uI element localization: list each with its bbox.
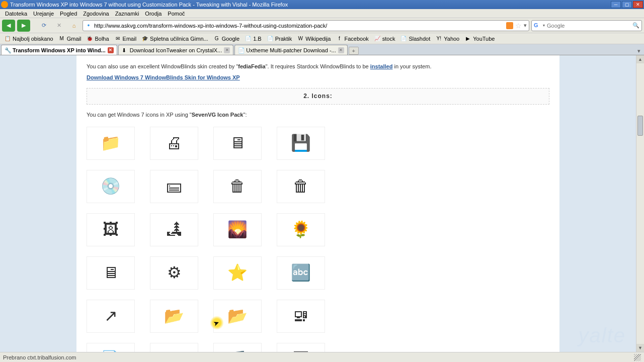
tab-overflow-icon[interactable]: ▾ xyxy=(635,47,643,55)
search-input[interactable] xyxy=(547,23,630,29)
close-button[interactable]: ✕ xyxy=(633,1,643,8)
vertical-scrollbar[interactable]: ▲ ▼ xyxy=(636,55,644,352)
bookmark-icon: M xyxy=(58,35,65,42)
icon-pack-name: SevenVG Icon Pack xyxy=(192,112,244,118)
menu-pogled[interactable]: Pogled xyxy=(57,11,80,17)
article-body: You can also use an excellent WindowBlin… xyxy=(76,55,559,352)
menu-datoteka[interactable]: Datoteka xyxy=(2,11,30,17)
hard-drive-icon: 🖴 xyxy=(150,170,198,203)
window-title: Transform Windows XP into Windows 7 with… xyxy=(10,2,611,8)
bookmark-icon: 📋 xyxy=(4,35,11,42)
tab-0[interactable]: 🔧Transform Windows XP into Wind...✕ xyxy=(1,45,117,55)
menu-orodja[interactable]: Orodja xyxy=(142,11,165,17)
back-button[interactable]: ◀ xyxy=(2,20,15,32)
para1-author: fediaFedia xyxy=(238,63,265,69)
tab-close-icon[interactable]: ✕ xyxy=(338,47,344,53)
bookmark-email[interactable]: ✉Email xyxy=(112,35,139,42)
bookmarks-toolbar: 📋Najbolj obiskanoMGmail🐞Bolha✉Email🎓Sple… xyxy=(0,33,644,44)
tab-label: Uxtheme Multi-patcher Download -... xyxy=(246,47,336,53)
resize-grip-icon[interactable] xyxy=(634,354,641,361)
bookmark-icon: 📈 xyxy=(374,35,381,42)
scroll-up-icon[interactable]: ▲ xyxy=(636,55,644,63)
tab-label: Transform Windows XP into Wind... xyxy=(13,47,106,53)
bookmark-icon: f xyxy=(336,35,343,42)
content-viewport: You can also use an excellent WindowBlin… xyxy=(0,55,636,352)
bookmark-icon: 🎓 xyxy=(141,35,148,42)
stop-button[interactable]: ✕ xyxy=(52,20,65,32)
google-icon: G xyxy=(534,22,541,29)
bookmark-star-icon[interactable]: ☆ xyxy=(515,22,522,30)
para1-text: You can also use an excellent WindowBlin… xyxy=(87,63,238,69)
floppy-icon: 💾 xyxy=(277,127,325,160)
bookmark-icon: ✉ xyxy=(114,35,121,42)
bookmark-icon: W xyxy=(297,35,304,42)
installed-link[interactable]: installed xyxy=(370,63,393,69)
tab-1[interactable]: ⬇Download IconTweaker on CrystalX...✕ xyxy=(118,45,233,55)
laptop-icon: 💻 xyxy=(150,343,198,352)
bookmark-stock[interactable]: 📈stock xyxy=(372,35,397,42)
search-box[interactable]: G ▾ 🔍 xyxy=(531,20,642,31)
menu-urejanje[interactable]: Urejanje xyxy=(30,11,57,17)
bookmark-icon: 🐞 xyxy=(86,35,93,42)
status-text: Prebrano ctxt.tribalfusion.com xyxy=(3,354,76,360)
bookmark-icon: 📄 xyxy=(267,35,274,42)
bookmark-youtube[interactable]: ▶YouTube xyxy=(462,35,497,42)
site-identity-icon[interactable]: 🔹 xyxy=(85,22,92,29)
bookmark-gmail[interactable]: MGmail xyxy=(56,35,84,42)
shortcut-icon: ↗ xyxy=(87,300,135,333)
document-icon: 📄 xyxy=(87,343,135,352)
minimize-button[interactable]: ─ xyxy=(611,1,621,8)
menu-zgodovina[interactable]: Zgodovina xyxy=(80,11,112,17)
search-engine-dropdown-icon[interactable]: ▾ xyxy=(543,23,545,28)
favorites-icon: ⭐ xyxy=(213,256,262,290)
new-tab-button[interactable]: + xyxy=(349,47,359,55)
url-bar[interactable]: 🔹 ☆ ▾ xyxy=(83,20,529,31)
reload-button[interactable]: ⟳ xyxy=(37,20,50,32)
home-button[interactable]: ⌂ xyxy=(67,20,80,32)
folder-icon: 📁 xyxy=(87,127,135,160)
bookmark-wikipedija[interactable]: WWikipedija xyxy=(295,35,333,42)
watermark: yalte xyxy=(579,324,626,347)
bookmark-google[interactable]: GGoogle xyxy=(211,35,242,42)
bookmark-icon: G xyxy=(213,35,220,42)
tab-favicon: 📄 xyxy=(238,47,244,53)
scroll-down-icon[interactable]: ▼ xyxy=(636,344,644,352)
folder-items-icon: 📂 xyxy=(213,300,262,333)
tab-close-icon[interactable]: ✕ xyxy=(108,47,114,53)
bookmark-spletna-u-ilnica-gimn-[interactable]: 🎓Spletna učilnica Gimn... xyxy=(139,35,210,42)
menu-pomoč[interactable]: Pomoč xyxy=(165,11,188,17)
bookmark-najbolj-obiskano[interactable]: 📋Najbolj obiskano xyxy=(2,35,55,42)
cd-drive-icon: 💿 xyxy=(87,170,135,203)
url-input[interactable] xyxy=(94,23,504,29)
bookmark-icon: 📄 xyxy=(245,35,252,42)
maximize-button[interactable]: ▢ xyxy=(622,1,632,8)
recycle-empty-icon: 🗑 xyxy=(213,170,262,203)
nav-toolbar: ◀ ▶ ⟳ ✕ ⌂ 🔹 ☆ ▾ G ▾ 🔍 xyxy=(0,18,644,33)
bookmark-praktik[interactable]: 📄Praktik xyxy=(265,35,294,42)
network-icon: 🖳 xyxy=(277,300,325,333)
bookmark-slashdot[interactable]: 📄Slashdot xyxy=(398,35,432,42)
bookmark-bolha[interactable]: 🐞Bolha xyxy=(84,35,111,42)
tab-strip: 🔧Transform Windows XP into Wind...✕⬇Down… xyxy=(0,44,644,55)
pictures-icon: 🖼 xyxy=(87,213,135,246)
tab-favicon: ⬇ xyxy=(122,47,128,53)
window-titlebar: Transform Windows XP into Windows 7 with… xyxy=(0,0,644,9)
bookmark-facebook[interactable]: fFacebook xyxy=(334,35,370,42)
music-icon: 🎵 xyxy=(213,343,262,352)
menu-zaznamki[interactable]: Zaznamki xyxy=(112,11,142,17)
forward-button[interactable]: ▶ xyxy=(17,20,30,32)
rss-icon[interactable] xyxy=(506,22,513,29)
tab-label: Download IconTweaker on CrystalX... xyxy=(130,47,222,53)
tab-close-icon[interactable]: ✕ xyxy=(224,47,230,53)
control-panel-icon: 🖥 xyxy=(213,127,262,160)
url-dropdown-icon[interactable]: ▾ xyxy=(524,22,527,29)
bookmark-1-b[interactable]: 📄1.B xyxy=(243,35,264,42)
download-windowblinds-link[interactable]: Download Windows 7 WindowBlinds Skin for… xyxy=(87,74,240,80)
scroll-thumb[interactable] xyxy=(637,116,643,136)
firefox-icon xyxy=(1,1,8,8)
search-go-icon[interactable]: 🔍 xyxy=(632,22,639,29)
tab-2[interactable]: 📄Uxtheme Multi-patcher Download -...✕ xyxy=(234,45,348,55)
fonts-icon: 🔤 xyxy=(277,256,325,290)
bookmark-yahoo[interactable]: Y!Yahoo xyxy=(433,35,461,42)
icon-preview-grid: 📁🖨🖥💾💿🖴🗑🗑🖼🏞🌄🌻🖥⚙⭐🔤↗📂📂🖳📄💻🎵🎞 xyxy=(87,127,549,352)
